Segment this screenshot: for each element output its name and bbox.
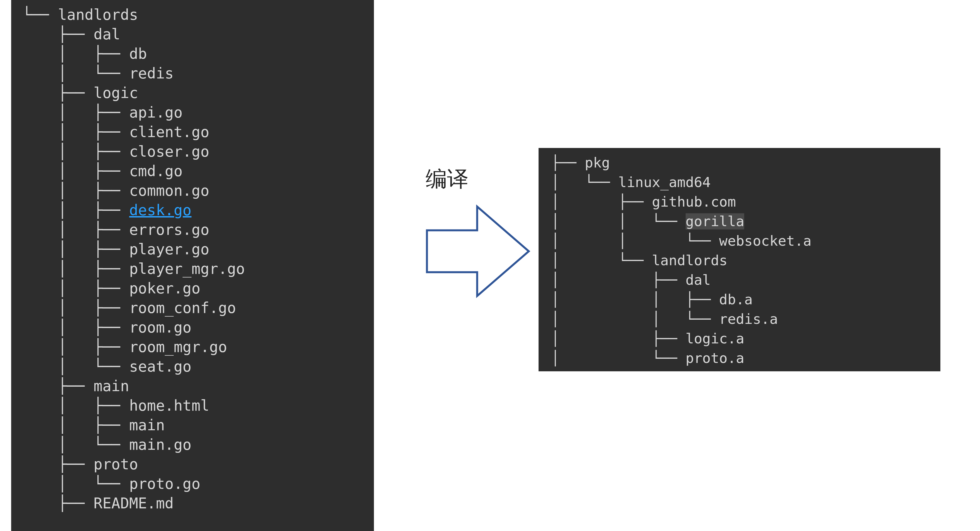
tree-prefix: │ └──: [22, 436, 129, 453]
tree-line: │ └── landlords: [551, 251, 940, 270]
tree-line: │ ├── player_mgr.go: [22, 259, 374, 279]
tree-prefix: │ │ └──: [551, 311, 719, 327]
tree-line: │ ├── closer.go: [22, 142, 374, 161]
tree-node-name: README.md: [94, 495, 173, 512]
tree-node-name: redis.a: [719, 311, 778, 327]
tree-node-name: db: [129, 45, 147, 62]
tree-node-name: player_mgr.go: [129, 260, 245, 277]
source-tree-panel: └── landlords ├── dal │ ├── db │ └── red…: [11, 0, 374, 531]
tree-node-name: proto.go: [129, 475, 200, 492]
tree-prefix: │ ├──: [22, 397, 129, 414]
tree-node-name: main.go: [129, 436, 191, 453]
tree-prefix: │ ├──: [22, 299, 129, 316]
tree-node-name: linux_amd64: [618, 174, 711, 190]
tree-line: │ ├── github.com: [551, 192, 940, 212]
tree-line: ├── README.md: [22, 494, 374, 513]
tree-prefix: │ ├──: [551, 194, 652, 210]
tree-prefix: │ │ └──: [551, 213, 686, 230]
tree-node-name: dal: [686, 272, 711, 288]
tree-prefix: ├──: [22, 378, 94, 394]
tree-line: │ ├── room_mgr.go: [22, 337, 374, 357]
tree-line: ├── pkg: [551, 153, 940, 172]
tree-line: │ ├── room_conf.go: [22, 298, 374, 318]
tree-line: ├── logic: [22, 83, 374, 103]
tree-prefix: │ ├──: [22, 280, 129, 297]
tree-prefix: │ ├──: [22, 338, 129, 356]
tree-node-name: room.go: [129, 319, 191, 336]
tree-prefix: └──: [22, 6, 58, 23]
tree-line: │ ├── common.go: [22, 181, 374, 201]
tree-prefix: │ ├──: [22, 104, 129, 121]
tree-line: │ ├── room.go: [22, 318, 374, 337]
tree-line: │ ├── api.go: [22, 103, 374, 122]
tree-prefix: ├──: [22, 26, 94, 43]
tree-node-name[interactable]: desk.go: [129, 202, 191, 218]
tree-line: │ └── proto.go: [22, 474, 374, 494]
tree-line: │ ├── db: [22, 44, 374, 64]
tree-line: │ └── redis: [22, 64, 374, 83]
tree-prefix: │ ├──: [551, 272, 686, 288]
tree-prefix: ├──: [551, 155, 585, 171]
tree-prefix: │ ├──: [22, 202, 129, 218]
tree-prefix: │ └──: [22, 358, 129, 375]
tree-line: │ └── proto.a: [551, 348, 940, 368]
tree-line: │ │ └── websocket.a: [551, 231, 940, 251]
tree-node-name: errors.go: [129, 221, 209, 238]
tree-node-name: closer.go: [129, 143, 209, 160]
tree-line: │ └── linux_amd64: [551, 172, 940, 192]
tree-line: │ ├── cmd.go: [22, 161, 374, 181]
tree-node-name: github.com: [652, 194, 736, 210]
tree-line: ├── main: [22, 376, 374, 396]
tree-prefix: │ └──: [551, 174, 618, 190]
tree-prefix: │ ├──: [22, 163, 129, 180]
tree-line: │ │ ├── db.a: [551, 290, 940, 309]
tree-prefix: │ └──: [22, 475, 129, 492]
tree-line: │ ├── home.html: [22, 396, 374, 415]
tree-node-name: home.html: [129, 397, 209, 414]
tree-line: ├── proto: [22, 454, 374, 474]
tree-node-name: proto: [94, 456, 138, 473]
tree-prefix: │ └──: [551, 252, 652, 269]
tree-prefix: │ ├──: [22, 241, 129, 258]
tree-line: │ ├── player.go: [22, 239, 374, 259]
tree-line: │ │ └── gorilla: [551, 212, 940, 231]
tree-prefix: │ ├──: [22, 123, 129, 140]
tree-node-name: logic: [94, 84, 138, 101]
tree-node-name: db.a: [719, 292, 752, 308]
tree-line: └── landlords: [22, 5, 374, 25]
tree-node-name: room_conf.go: [129, 299, 236, 316]
tree-prefix: │ │ ├──: [551, 292, 719, 308]
tree-line: │ └── main.go: [22, 435, 374, 454]
tree-prefix: ├──: [22, 495, 94, 512]
tree-prefix: ├──: [22, 84, 94, 101]
tree-node-name: gorilla: [686, 213, 745, 230]
tree-node-name: landlords: [58, 6, 138, 23]
diagram-canvas: └── landlords ├── dal │ ├── db │ └── red…: [0, 0, 980, 531]
tree-line: │ ├── poker.go: [22, 279, 374, 298]
tree-prefix: │ ├──: [22, 416, 129, 434]
tree-node-name: proto.a: [686, 350, 745, 366]
tree-prefix: │ └──: [551, 350, 686, 366]
tree-node-name: cmd.go: [129, 163, 183, 180]
tree-line: │ ├── client.go: [22, 122, 374, 142]
tree-node-name: redis: [129, 65, 174, 82]
tree-prefix: ├──: [22, 456, 94, 473]
tree-prefix: │ ├──: [22, 221, 129, 238]
tree-node-name: main: [129, 416, 165, 434]
output-tree-panel: ├── pkg│ └── linux_amd64│ ├── github.com…: [539, 148, 940, 371]
tree-prefix: │ ├──: [22, 45, 129, 62]
arrow-icon: [418, 195, 536, 307]
tree-node-name: poker.go: [129, 280, 200, 297]
tree-line: │ ├── main: [22, 415, 374, 435]
tree-node-name: pkg: [585, 155, 610, 171]
tree-prefix: │ ├──: [22, 260, 129, 277]
tree-node-name: websocket.a: [719, 233, 811, 249]
tree-node-name: landlords: [652, 252, 727, 269]
tree-node-name: main: [94, 378, 129, 394]
tree-line: │ ├── errors.go: [22, 220, 374, 239]
arrow-label: 编译: [426, 165, 469, 194]
tree-line: │ ├── desk.go: [22, 201, 374, 220]
tree-node-name: client.go: [129, 123, 209, 140]
tree-prefix: │ │ └──: [551, 233, 719, 249]
tree-node-name: seat.go: [129, 358, 191, 375]
